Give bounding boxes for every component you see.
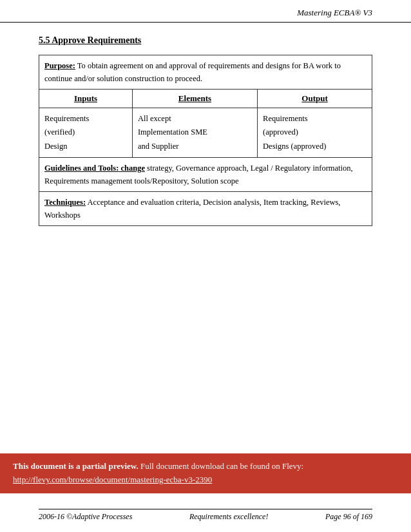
techniques-row: Techniques: Acceptance and evaluation cr… xyxy=(39,191,372,225)
footer-center: Requirements excellence! xyxy=(189,512,268,522)
guidelines-row: Guidelines and Tools: change strategy, G… xyxy=(39,157,372,191)
techniques-label: Techniques: xyxy=(44,198,86,207)
purpose-row: Purpose: To obtain agreement on and appr… xyxy=(39,55,372,90)
col-header-inputs: Inputs xyxy=(39,90,133,108)
page-container: Mastering ECBA® V3 5.5 Approve Requireme… xyxy=(0,0,411,532)
section-heading: 5.5 Approve Requirements xyxy=(39,35,372,46)
purpose-label: Purpose: xyxy=(44,61,75,70)
column-headers-row: Inputs Elements Output xyxy=(39,90,372,108)
content-table: Purpose: To obtain agreement on and appr… xyxy=(39,55,372,226)
output-cell: Requirements(approved)Designs (approved) xyxy=(258,108,372,158)
footer-left: 2006-16 ©Adaptive Processes xyxy=(39,512,132,522)
col-header-output: Output xyxy=(258,90,372,108)
preview-banner: This document is a partial preview. Full… xyxy=(0,453,411,493)
page-header: Mastering ECBA® V3 xyxy=(0,0,411,23)
banner-normal-text: Full document download can be found on F… xyxy=(139,461,303,471)
inputs-cell: Requirements(verified)Design xyxy=(39,108,133,158)
purpose-cell: Purpose: To obtain agreement on and appr… xyxy=(39,55,372,90)
elements-cell: All exceptImplementation SMEand Supplier xyxy=(132,108,257,158)
techniques-cell: Techniques: Acceptance and evaluation cr… xyxy=(39,191,372,225)
purpose-text: To obtain agreement on and approval of r… xyxy=(44,61,341,83)
banner-link[interactable]: http://flevy.com/browse/document/masteri… xyxy=(13,475,212,484)
data-row: Requirements(verified)Design All exceptI… xyxy=(39,108,372,158)
guidelines-cell: Guidelines and Tools: change strategy, G… xyxy=(39,157,372,191)
main-content: 5.5 Approve Requirements Purpose: To obt… xyxy=(0,23,411,239)
banner-bold-text: This document is a partial preview. xyxy=(13,461,139,471)
page-footer: 2006-16 ©Adaptive Processes Requirements… xyxy=(39,509,372,522)
header-title: Mastering ECBA® V3 xyxy=(297,8,372,18)
change-label: change xyxy=(119,164,145,173)
guidelines-label: Guidelines and Tools: xyxy=(44,164,119,173)
col-header-elements: Elements xyxy=(132,90,257,108)
techniques-text: Acceptance and evaluation criteria, Deci… xyxy=(44,198,341,220)
footer-right: Page 96 of 169 xyxy=(325,512,372,522)
